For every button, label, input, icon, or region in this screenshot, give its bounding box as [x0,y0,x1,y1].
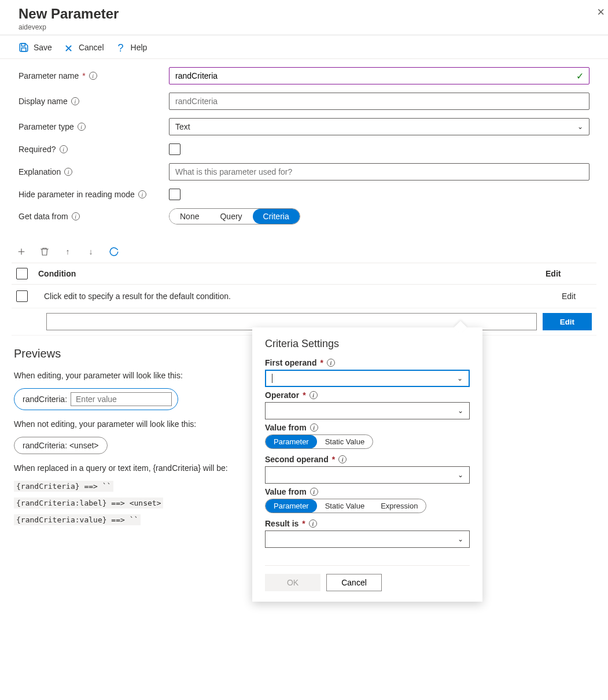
info-icon[interactable]: i [72,212,80,220]
vf2-static[interactable]: Static Value [317,499,373,513]
preview-editing-pill: randCriteria: [14,388,178,410]
workspace-name: aidevexp [19,23,589,31]
condition-header: Condition [38,269,546,278]
move-down-icon[interactable]: ↓ [86,246,96,257]
chevron-down-icon: ⌄ [458,471,463,479]
display-name-input[interactable] [169,93,589,110]
svg-rect-1 [21,48,26,51]
param-name-label: Parameter name*i [19,71,169,80]
hide-checkbox[interactable] [169,189,180,200]
vf1-parameter[interactable]: Parameter [266,435,317,448]
edit-button[interactable]: Edit [543,313,592,330]
chevron-down-icon: ⌄ [458,535,463,543]
display-name-label: Display namei [19,97,169,106]
criteria-toolbar: ↑ ↓ [12,241,608,263]
move-up-icon[interactable]: ↑ [62,246,73,257]
explanation-label: Explanationi [19,167,169,176]
required-label: Required?i [19,145,169,154]
select-all-checkbox[interactable] [16,268,28,279]
help-icon: ? [116,42,126,53]
get-data-label: Get data fromi [19,212,169,221]
info-icon[interactable]: i [309,520,317,528]
chevron-down-icon: ⌄ [457,374,463,382]
operator-select[interactable]: ⌄ [265,402,470,419]
hide-label: Hide parameter in reading modei [19,190,169,199]
criteria-table: Condition Edit Click edit to specify a r… [12,263,596,336]
value-from-2-toggle: Parameter Static Value Expression [265,499,426,513]
help-button[interactable]: ? Help [116,42,148,53]
param-name-input[interactable] [169,67,589,84]
dialog-header: × New Parameter aidevexp [0,0,608,35]
refresh-icon[interactable] [109,246,119,257]
info-icon[interactable]: i [138,190,146,198]
second-operand-label: Second operand*i [265,455,470,464]
result-is-label: Result is*i [265,519,470,528]
value-from-1-label: Value fromi [265,423,470,432]
first-operand-select[interactable]: ⌄ [265,370,470,387]
result-is-select[interactable]: ⌄ [265,530,470,543]
seg-criteria[interactable]: Criteria [253,209,300,224]
save-icon [19,42,29,53]
info-icon[interactable]: i [71,97,79,105]
preview-pill-input[interactable] [71,392,172,406]
delete-icon[interactable] [39,246,50,257]
second-operand-select[interactable]: ⌄ [265,466,470,484]
svg-rect-0 [21,43,25,46]
param-type-select[interactable]: Text⌄ [169,118,589,135]
value-from-2-label: Value fromi [265,487,470,496]
parameter-form: Parameter name*i ✓ Display namei Paramet… [0,59,608,241]
criteria-settings-popup: Criteria Settings First operand*i ⌄ Oper… [252,327,482,543]
chevron-down-icon: ⌄ [577,123,583,131]
info-icon[interactable]: i [60,145,68,153]
vf2-parameter[interactable]: Parameter [266,499,317,513]
valid-icon: ✓ [576,71,584,82]
data-source-toggle: None Query Criteria [169,208,300,224]
default-condition-text: Click edit to specify a result for the d… [44,292,546,301]
operator-label: Operator*i [265,390,470,400]
add-icon[interactable] [16,246,27,257]
criteria-header-row: Condition Edit [12,263,596,285]
info-icon[interactable]: i [310,423,318,432]
seg-query[interactable]: Query [209,209,252,224]
info-icon[interactable]: i [338,455,347,463]
preview-readonly-pill: randCriteria: <unset> [14,437,108,454]
edit-header: Edit [546,269,592,278]
preview-token-3: {randCriteria:value} ==> `` [14,514,141,525]
info-icon[interactable]: i [64,168,72,176]
seg-none[interactable]: None [169,209,209,224]
cancel-button[interactable]: ✕ Cancel [64,42,104,53]
row-checkbox[interactable] [16,290,28,302]
popup-title: Criteria Settings [265,338,470,350]
edit-link[interactable]: Edit [546,292,592,301]
info-icon[interactable]: i [309,391,318,399]
explanation-input[interactable] [169,163,589,180]
chevron-down-icon: ⌄ [458,407,463,415]
vf2-expression[interactable]: Expression [373,499,426,513]
cancel-icon: ✕ [64,42,74,53]
preview-token-2: {randCriteria:label} ==> <unset> [14,498,163,509]
vf1-static[interactable]: Static Value [317,435,373,448]
save-button[interactable]: Save [19,42,52,53]
criteria-default-row: Click edit to specify a result for the d… [12,285,596,308]
param-type-label: Parameter typei [19,122,169,131]
info-icon[interactable]: i [78,123,86,131]
first-operand-label: First operand*i [265,358,470,367]
command-bar: Save ✕ Cancel ? Help [0,35,608,59]
close-icon[interactable]: × [597,5,605,20]
preview-pill-label: randCriteria: [23,395,67,404]
info-icon[interactable]: i [327,359,335,367]
info-icon[interactable]: i [89,72,97,80]
info-icon[interactable]: i [310,488,318,496]
dialog-title: New Parameter [19,6,589,22]
preview-token-1: {randCriteria} ==> `` [14,481,113,492]
required-checkbox[interactable] [169,143,180,155]
value-from-1-toggle: Parameter Static Value [265,434,373,449]
